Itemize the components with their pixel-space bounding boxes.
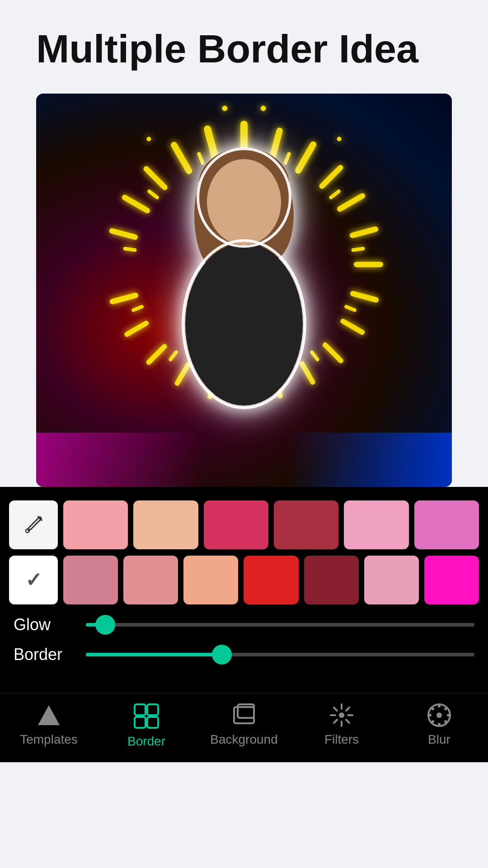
glow-slider-track[interactable] xyxy=(86,623,474,627)
svg-rect-52 xyxy=(147,717,158,728)
glow-label: Glow xyxy=(14,615,77,634)
color-swatch[interactable] xyxy=(63,556,118,604)
svg-point-34 xyxy=(260,105,266,111)
svg-rect-13 xyxy=(109,292,139,305)
svg-marker-48 xyxy=(38,705,60,725)
border-slider-thumb[interactable] xyxy=(212,645,232,665)
glow-slider-thumb[interactable] xyxy=(95,615,115,635)
nav-item-templates[interactable]: Templates xyxy=(0,703,98,749)
svg-rect-10 xyxy=(108,227,138,240)
canvas-area xyxy=(36,94,452,487)
glow-slider-row: Glow xyxy=(14,615,474,634)
filters-icon xyxy=(329,703,354,728)
active-color-button[interactable]: ✓ xyxy=(9,556,58,604)
page-title: Multiple Border Idea xyxy=(0,0,488,85)
border-icon xyxy=(133,703,160,730)
color-swatch[interactable] xyxy=(304,556,359,604)
color-swatch[interactable] xyxy=(133,500,198,549)
eyedropper-icon xyxy=(22,513,45,537)
svg-rect-14 xyxy=(340,318,366,336)
background-label: Background xyxy=(210,732,277,747)
background-icon xyxy=(231,703,257,728)
svg-rect-51 xyxy=(135,717,145,728)
color-swatch[interactable] xyxy=(364,556,419,604)
svg-point-65 xyxy=(436,712,442,718)
svg-point-69 xyxy=(444,720,447,723)
templates-icon xyxy=(36,703,61,728)
eyedropper-button[interactable] xyxy=(9,500,58,549)
svg-rect-28 xyxy=(123,246,137,252)
svg-point-73 xyxy=(447,714,450,717)
color-swatch[interactable] xyxy=(344,500,408,549)
svg-point-66 xyxy=(432,708,434,710)
bottom-nav: Templates Border Background xyxy=(0,693,488,762)
svg-rect-15 xyxy=(123,320,149,338)
nav-item-filters[interactable]: Filters xyxy=(293,703,390,749)
svg-point-68 xyxy=(432,720,434,723)
svg-point-71 xyxy=(438,723,441,726)
nav-item-background[interactable]: Background xyxy=(195,703,293,749)
svg-line-60 xyxy=(334,708,337,711)
filters-label: Filters xyxy=(324,732,359,747)
color-swatch[interactable] xyxy=(414,500,479,549)
svg-point-70 xyxy=(438,705,441,708)
svg-rect-50 xyxy=(147,704,158,715)
svg-rect-11 xyxy=(354,262,383,267)
border-label-nav: Border xyxy=(127,734,165,749)
svg-point-67 xyxy=(444,708,447,710)
color-row-1 xyxy=(9,500,479,549)
border-slider-track[interactable] xyxy=(86,653,474,656)
svg-rect-27 xyxy=(351,246,365,252)
border-slider-fill xyxy=(86,653,222,656)
svg-point-55 xyxy=(339,712,344,718)
color-swatch[interactable] xyxy=(244,556,298,604)
slider-section: Glow Border xyxy=(9,611,479,684)
svg-point-72 xyxy=(429,714,432,717)
color-swatch[interactable] xyxy=(123,556,178,604)
svg-rect-7 xyxy=(336,192,366,212)
svg-rect-49 xyxy=(135,704,145,715)
color-swatch[interactable] xyxy=(183,556,238,604)
check-icon: ✓ xyxy=(25,568,42,591)
floor-glow xyxy=(36,433,452,487)
templates-label: Templates xyxy=(20,732,78,747)
svg-rect-30 xyxy=(131,304,144,312)
svg-point-43 xyxy=(185,243,303,406)
svg-rect-8 xyxy=(121,193,151,214)
color-swatch[interactable] xyxy=(63,500,128,549)
svg-point-44 xyxy=(207,159,281,245)
svg-rect-9 xyxy=(349,226,379,238)
border-label: Border xyxy=(14,645,77,664)
blur-icon xyxy=(427,703,452,728)
svg-rect-29 xyxy=(344,304,357,312)
svg-line-63 xyxy=(334,720,337,723)
blur-label: Blur xyxy=(428,732,450,747)
nav-item-border[interactable]: Border xyxy=(98,703,195,749)
border-slider-row: Border xyxy=(14,645,474,664)
color-swatch[interactable] xyxy=(424,556,479,604)
svg-rect-12 xyxy=(350,290,380,303)
color-swatch[interactable] xyxy=(204,500,268,549)
svg-point-35 xyxy=(222,105,228,111)
color-row-2: ✓ xyxy=(9,556,479,604)
svg-line-62 xyxy=(346,708,349,711)
toolbar-container: ✓ Glow Border xyxy=(0,487,488,693)
svg-line-61 xyxy=(346,720,349,723)
color-swatch[interactable] xyxy=(274,500,338,549)
nav-item-blur[interactable]: Blur xyxy=(390,703,488,749)
